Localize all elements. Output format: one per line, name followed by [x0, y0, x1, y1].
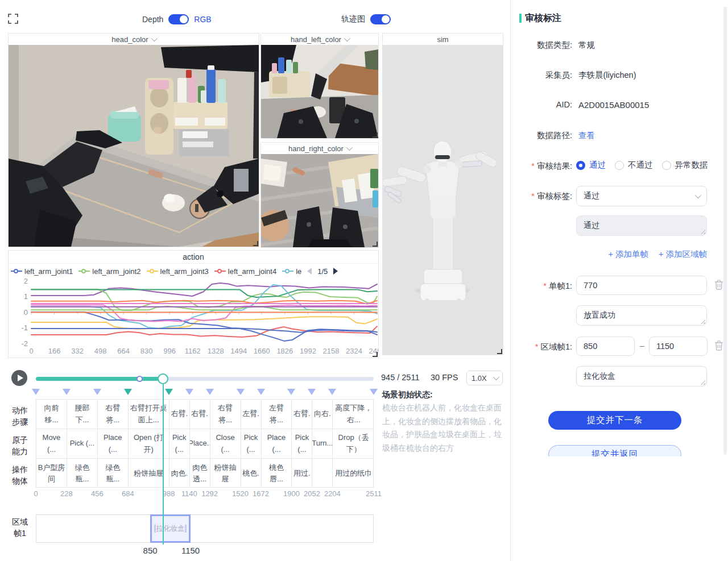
resize-corner-icon[interactable] [373, 132, 378, 138]
region-frame-label: 区域帧1: [514, 342, 572, 352]
step-cell: Drop（丢下） [333, 429, 374, 459]
radio-icon[interactable] [615, 161, 624, 170]
radio-icon[interactable] [662, 161, 671, 170]
step-cell: 向右. [312, 400, 332, 429]
step-cell: 用过的纸巾 [333, 459, 374, 488]
add-region-frame-link[interactable]: + 添加区域帧 [659, 249, 707, 260]
camera-header-hand-right[interactable]: hand_right_color [261, 143, 378, 154]
step-column-11[interactable]: 向右.Turn... [312, 400, 333, 487]
step-marker-1672[interactable] [257, 389, 265, 395]
depth-label: Depth [142, 15, 163, 24]
aid-label: AID: [514, 100, 572, 109]
region-end-input[interactable] [649, 336, 708, 356]
resize-corner-icon[interactable] [373, 242, 378, 247]
action-chart-panel: action left_arm_joint1left_arm_joint2lef… [8, 250, 379, 358]
depth-rgb-toggle[interactable] [168, 14, 189, 24]
resize-corner-icon[interactable] [373, 352, 378, 357]
resize-corner-icon[interactable] [253, 241, 258, 246]
step-cell [312, 459, 332, 488]
radio-option-通过[interactable]: 通过 [576, 160, 606, 171]
review-tag-note[interactable]: 通过 [576, 215, 707, 236]
frame-counter: 945 / 2511 [381, 373, 419, 382]
collector-label: 采集员: [514, 70, 572, 81]
step-column-9[interactable]: 左臂将...Place (...桃色唇... [262, 400, 292, 487]
step-marker-988[interactable] [165, 389, 173, 395]
single-frame-marker-dot[interactable] [136, 376, 143, 382]
slider-handle[interactable] [158, 373, 168, 384]
step-cell: 肉色. [169, 459, 189, 488]
frame-axis-label-1672: 1672 [253, 489, 269, 498]
step-column-7[interactable]: 右臂将...Close (...粉饼抽屉 [210, 400, 241, 487]
chevron-down-icon [151, 35, 157, 41]
row-label-action-steps: 动作步骤 [11, 405, 28, 427]
step-marker-2052[interactable] [308, 389, 316, 395]
step-column-10[interactable]: 右臂.Pick (...用过. [292, 400, 312, 487]
fullscreen-icon[interactable] [8, 14, 18, 24]
row-label-object: 操作物体 [11, 464, 28, 487]
camera-header-hand-left[interactable]: hand_left_color [261, 34, 378, 45]
region-block[interactable]: 拉化妆盒 [150, 514, 191, 543]
step-column-12[interactable]: 高度下降，右...Drop（丢下）用过的纸巾 [333, 400, 374, 487]
step-cell: Pick (... [241, 429, 261, 459]
add-single-frame-link[interactable]: + 添加单帧 [609, 249, 649, 260]
region-grip-right[interactable] [185, 525, 187, 533]
step-marker-2204[interactable] [328, 389, 336, 395]
step-marker-1292[interactable] [206, 389, 214, 395]
step-cell: 桃色. [241, 459, 261, 488]
region-grip-left[interactable] [154, 525, 156, 533]
sim-panel: sim [382, 33, 503, 355]
frame-axis-label-2204: 2204 [324, 489, 341, 498]
step-marker-2511[interactable] [370, 389, 378, 395]
panel-scrollbar[interactable] [723, 7, 727, 455]
submit-next-button[interactable]: 提交并下一条 [548, 411, 681, 430]
step-marker-1520[interactable] [237, 389, 245, 395]
region-start-input[interactable] [576, 336, 635, 356]
data-type-value: 常规 [578, 40, 595, 51]
radio-option-异常数据[interactable]: 异常数据 [662, 160, 708, 171]
single-frame-note[interactable]: 放置成功 [576, 305, 707, 326]
step-table[interactable]: 向前移...Move (...B户型房间腰部下...Pick (...绿色瓶..… [36, 399, 374, 488]
review-tag-select[interactable]: 通过 [576, 186, 707, 206]
step-marker-1900[interactable] [287, 389, 295, 395]
radio-label: 异常数据 [675, 160, 708, 171]
svg-text:498: 498 [94, 347, 107, 355]
svg-text:664: 664 [117, 347, 130, 355]
camera-header-head[interactable]: head_color [9, 34, 259, 45]
radio-option-不通过[interactable]: 不通过 [615, 160, 653, 171]
chevron-down-icon [493, 374, 499, 380]
trajectory-toggle[interactable] [370, 14, 391, 24]
frame-axis-label-1900: 1900 [283, 489, 300, 498]
region-frame-note[interactable]: 拉化妆盒 [576, 366, 707, 387]
region-track[interactable] [36, 514, 374, 543]
step-column-6[interactable]: 右臂.Place..肉色透... [190, 400, 210, 487]
step-column-2[interactable]: 腰部下...Pick (...绿色瓶... [67, 400, 98, 487]
step-marker-228[interactable] [63, 389, 71, 395]
region-block-label: 拉化妆盒 [156, 524, 185, 534]
sim-header[interactable]: sim [383, 34, 503, 45]
data-path-link[interactable]: 查看 [578, 130, 595, 141]
single-frame-input[interactable] [576, 276, 707, 295]
submit-back-button[interactable]: 提交并返回 [548, 445, 681, 456]
step-cell: 肉色透... [190, 459, 210, 488]
step-cell: 左臂将... [262, 400, 292, 429]
step-marker-1140[interactable] [185, 389, 193, 395]
svg-text:1992: 1992 [300, 347, 316, 355]
frame-axis-label-2052: 2052 [304, 489, 320, 498]
svg-text:1: 1 [24, 292, 28, 301]
speed-select[interactable]: 1.0X [466, 371, 503, 385]
step-cell: Pick (... [67, 429, 97, 459]
review-panel-scroll: 审核标注 数据类型: 常规 采集员: 李轶晨(liyichen) AID: A2… [511, 0, 728, 456]
frame-axis-label-1292: 1292 [201, 489, 218, 498]
step-marker-0[interactable] [32, 389, 40, 395]
step-marker-684[interactable] [124, 389, 132, 395]
step-column-8[interactable]: 左臂.Pick (...桃色. [241, 400, 262, 487]
step-column-1[interactable]: 向前移...Move (...B户型房间 [36, 400, 67, 487]
radio-selected-icon[interactable] [576, 161, 585, 170]
step-marker-456[interactable] [93, 389, 101, 395]
step-column-3[interactable]: 右臂将...Place (...绿色瓶... [98, 400, 129, 487]
resize-corner-icon[interactable] [497, 349, 502, 354]
step-column-5[interactable]: 右臂.Pick (...肉色. [169, 400, 190, 487]
step-cell: Place (... [98, 429, 128, 459]
play-button[interactable] [11, 370, 27, 386]
sim-viewport[interactable] [383, 45, 503, 355]
